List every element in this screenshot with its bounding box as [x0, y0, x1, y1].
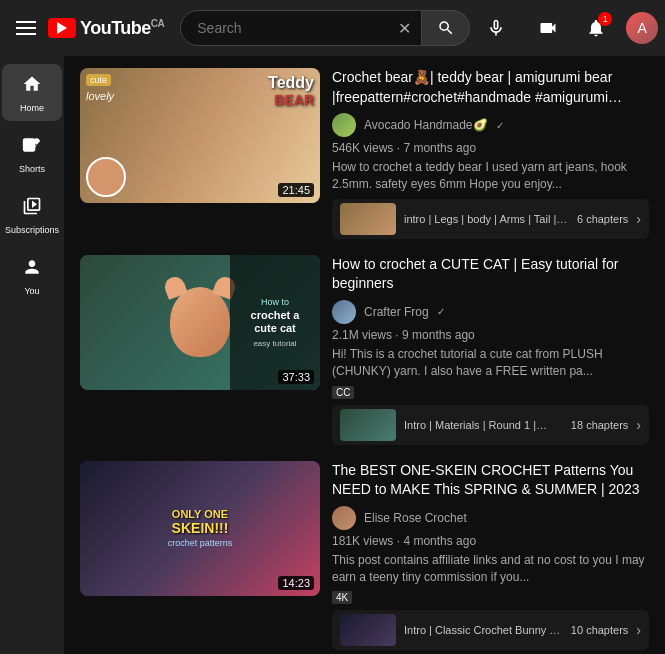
thumbnail[interactable]: cute lovely Teddy BEAR 21:45 [80, 68, 320, 203]
channel-name[interactable]: Avocado Handmade🥑 [364, 118, 488, 132]
video-meta: Elise Rose Crochet [332, 506, 649, 530]
chapters-count: 6 chapters [577, 213, 628, 225]
video-duration: 14:23 [278, 576, 314, 590]
channel-name[interactable]: Elise Rose Crochet [364, 511, 467, 525]
chapters-bar[interactable]: intro | Legs | body | Arms | Tail | sew … [332, 199, 649, 239]
video-title[interactable]: Crochet bear🧸| teddy bear | amigurumi be… [332, 68, 649, 107]
badges: 4K [332, 591, 649, 604]
sidebar-label-home: Home [20, 103, 44, 113]
chevron-down-icon: › [636, 211, 641, 227]
search-bar: amigurumi ✕ [180, 10, 422, 46]
youtube-icon [48, 18, 76, 38]
video-description: Hi! This is a crochet tutorial a cute ca… [332, 346, 649, 380]
logo-text: YouTubeCA [80, 18, 164, 39]
sidebar-label-subscriptions: Subscriptions [5, 225, 59, 235]
chapter-text: Intro | Classic Crochet Bunny | Lace Bla… [404, 624, 563, 636]
lovely-text: lovely [86, 90, 114, 102]
thumbnail[interactable]: ONLY ONE SKEIN!!! crochet patterns 14:23 [80, 461, 320, 596]
video-duration: 21:45 [278, 183, 314, 197]
avatar[interactable]: A [626, 12, 658, 44]
video-stats: 2.1M views · 9 months ago [332, 328, 649, 342]
hamburger-menu[interactable] [16, 21, 36, 35]
clear-search-button[interactable]: ✕ [388, 19, 421, 38]
you-icon [22, 257, 42, 282]
channel-name[interactable]: Crafter Frog [364, 305, 429, 319]
video-title[interactable]: How to crochet a CUTE CAT | Easy tutoria… [332, 255, 649, 294]
youtube-logo[interactable]: YouTubeCA [48, 18, 164, 39]
sidebar-label-shorts: Shorts [19, 164, 45, 174]
create-icon [538, 18, 558, 38]
search-input[interactable]: amigurumi [181, 20, 388, 36]
video-info: The BEST ONE-SKEIN CROCHET Patterns You … [332, 461, 649, 651]
search-container: amigurumi ✕ [180, 10, 514, 46]
video-card: cute lovely Teddy BEAR 21:45 Crochet bea… [80, 68, 649, 239]
teddy-text: Teddy BEAR [268, 74, 314, 108]
sidebar-item-subscriptions[interactable]: Subscriptions [2, 186, 62, 243]
skein-overlay: ONLY ONE SKEIN!!! crochet patterns [168, 508, 233, 548]
cat-figure [170, 287, 230, 357]
channel-avatar [332, 506, 356, 530]
chapters-count: 10 chapters [571, 624, 628, 636]
chapters-bar[interactable]: Intro | Materials | Round 1 | Round 2 | … [332, 405, 649, 445]
video-stats: 181K views · 4 months ago [332, 534, 649, 548]
video-description: This post contains affiliate links and a… [332, 552, 649, 586]
chevron-down-icon: › [636, 417, 641, 433]
header-left: YouTubeCA [16, 18, 164, 39]
chapters-count: 18 chapters [571, 419, 628, 431]
sidebar-item-you[interactable]: You [2, 247, 62, 304]
channel-avatar [332, 113, 356, 137]
badges: CC [332, 386, 649, 399]
sidebar-item-home[interactable]: Home [2, 64, 62, 121]
upload-button[interactable] [530, 10, 566, 46]
search-icon [437, 19, 455, 37]
shorts-icon [22, 135, 42, 160]
cc-badge: CC [332, 386, 354, 399]
channel-avatar [332, 300, 356, 324]
chapter-thumbnail [340, 409, 396, 441]
4k-badge: 4K [332, 591, 352, 604]
chapter-thumbnail [340, 614, 396, 646]
sidebar: Home Shorts Subscriptions You [0, 56, 64, 654]
bear-icon [86, 157, 126, 197]
sidebar-item-shorts[interactable]: Shorts [2, 125, 62, 182]
sidebar-label-you: You [24, 286, 39, 296]
search-button[interactable] [422, 10, 470, 46]
chevron-down-icon: › [636, 622, 641, 638]
mic-icon [486, 18, 506, 38]
voice-search-button[interactable] [478, 10, 514, 46]
logo-country: CA [151, 18, 164, 29]
subscriptions-icon [22, 196, 42, 221]
video-info: Crochet bear🧸| teddy bear | amigurumi be… [332, 68, 649, 239]
verified-icon: ✓ [437, 306, 445, 317]
notification-badge: 1 [598, 12, 612, 26]
video-title[interactable]: The BEST ONE-SKEIN CROCHET Patterns You … [332, 461, 649, 500]
video-card: How to crochet acute cat easy tutorial 3… [80, 255, 649, 445]
notification-button[interactable]: 1 [578, 10, 614, 46]
video-meta: Crafter Frog ✓ [332, 300, 649, 324]
thumbnail[interactable]: How to crochet acute cat easy tutorial 3… [80, 255, 320, 390]
main-layout: Home Shorts Subscriptions You c [0, 56, 665, 654]
video-stats: 546K views · 7 months ago [332, 141, 649, 155]
header: YouTubeCA amigurumi ✕ [0, 0, 665, 56]
chapter-text: Intro | Materials | Round 1 | Round 2 | … [404, 419, 563, 431]
video-description: How to crochet a teddy bear I used yarn … [332, 159, 649, 193]
video-info: How to crochet a CUTE CAT | Easy tutoria… [332, 255, 649, 445]
home-icon [22, 74, 42, 99]
video-card: ONLY ONE SKEIN!!! crochet patterns 14:23… [80, 461, 649, 651]
video-meta: Avocado Handmade🥑 ✓ [332, 113, 649, 137]
chapters-bar[interactable]: Intro | Classic Crochet Bunny | Lace Bla… [332, 610, 649, 650]
cute-label: cute [86, 74, 111, 86]
search-results: cute lovely Teddy BEAR 21:45 Crochet bea… [64, 56, 665, 654]
verified-icon: ✓ [496, 120, 504, 131]
header-right: 1 A [530, 10, 658, 46]
chapter-text: intro | Legs | body | Arms | Tail | sew … [404, 213, 569, 225]
chapter-thumbnail [340, 203, 396, 235]
video-duration: 37:33 [278, 370, 314, 384]
